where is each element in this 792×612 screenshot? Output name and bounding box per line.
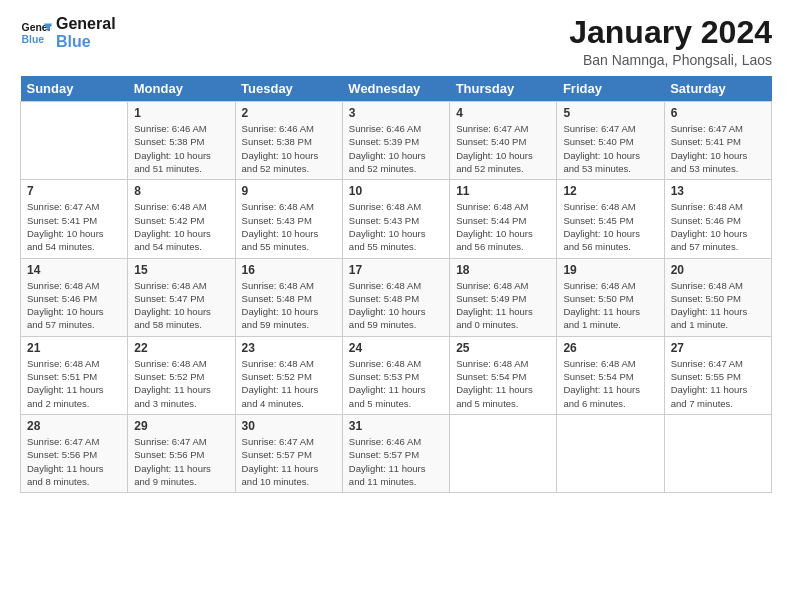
main-title: January 2024 bbox=[569, 15, 772, 50]
calendar-cell: 4Sunrise: 6:47 AMSunset: 5:40 PMDaylight… bbox=[450, 102, 557, 180]
calendar-cell: 22Sunrise: 6:48 AMSunset: 5:52 PMDayligh… bbox=[128, 336, 235, 414]
day-info: Sunrise: 6:48 AMSunset: 5:42 PMDaylight:… bbox=[134, 200, 228, 253]
day-number: 18 bbox=[456, 263, 550, 277]
day-number: 8 bbox=[134, 184, 228, 198]
header-row: SundayMondayTuesdayWednesdayThursdayFrid… bbox=[21, 76, 772, 102]
calendar-cell bbox=[21, 102, 128, 180]
calendar-cell: 31Sunrise: 6:46 AMSunset: 5:57 PMDayligh… bbox=[342, 414, 449, 492]
calendar-cell: 20Sunrise: 6:48 AMSunset: 5:50 PMDayligh… bbox=[664, 258, 771, 336]
calendar-cell: 1Sunrise: 6:46 AMSunset: 5:38 PMDaylight… bbox=[128, 102, 235, 180]
week-row-3: 14Sunrise: 6:48 AMSunset: 5:46 PMDayligh… bbox=[21, 258, 772, 336]
day-info: Sunrise: 6:48 AMSunset: 5:53 PMDaylight:… bbox=[349, 357, 443, 410]
header: General Blue General Blue January 2024 B… bbox=[20, 15, 772, 68]
day-number: 6 bbox=[671, 106, 765, 120]
day-number: 2 bbox=[242, 106, 336, 120]
day-number: 5 bbox=[563, 106, 657, 120]
day-info: Sunrise: 6:46 AMSunset: 5:38 PMDaylight:… bbox=[242, 122, 336, 175]
calendar-cell: 19Sunrise: 6:48 AMSunset: 5:50 PMDayligh… bbox=[557, 258, 664, 336]
week-row-1: 1Sunrise: 6:46 AMSunset: 5:38 PMDaylight… bbox=[21, 102, 772, 180]
week-row-2: 7Sunrise: 6:47 AMSunset: 5:41 PMDaylight… bbox=[21, 180, 772, 258]
day-info: Sunrise: 6:47 AMSunset: 5:41 PMDaylight:… bbox=[671, 122, 765, 175]
day-number: 11 bbox=[456, 184, 550, 198]
day-number: 10 bbox=[349, 184, 443, 198]
col-header-wednesday: Wednesday bbox=[342, 76, 449, 102]
calendar-cell: 29Sunrise: 6:47 AMSunset: 5:56 PMDayligh… bbox=[128, 414, 235, 492]
day-number: 7 bbox=[27, 184, 121, 198]
day-info: Sunrise: 6:47 AMSunset: 5:56 PMDaylight:… bbox=[27, 435, 121, 488]
col-header-thursday: Thursday bbox=[450, 76, 557, 102]
day-number: 26 bbox=[563, 341, 657, 355]
week-row-5: 28Sunrise: 6:47 AMSunset: 5:56 PMDayligh… bbox=[21, 414, 772, 492]
day-info: Sunrise: 6:48 AMSunset: 5:50 PMDaylight:… bbox=[671, 279, 765, 332]
day-number: 21 bbox=[27, 341, 121, 355]
day-number: 23 bbox=[242, 341, 336, 355]
day-number: 20 bbox=[671, 263, 765, 277]
day-info: Sunrise: 6:48 AMSunset: 5:46 PMDaylight:… bbox=[27, 279, 121, 332]
calendar-cell: 7Sunrise: 6:47 AMSunset: 5:41 PMDaylight… bbox=[21, 180, 128, 258]
day-number: 27 bbox=[671, 341, 765, 355]
day-number: 29 bbox=[134, 419, 228, 433]
day-number: 24 bbox=[349, 341, 443, 355]
day-number: 30 bbox=[242, 419, 336, 433]
calendar-cell: 21Sunrise: 6:48 AMSunset: 5:51 PMDayligh… bbox=[21, 336, 128, 414]
calendar-cell: 12Sunrise: 6:48 AMSunset: 5:45 PMDayligh… bbox=[557, 180, 664, 258]
col-header-monday: Monday bbox=[128, 76, 235, 102]
calendar-cell: 27Sunrise: 6:47 AMSunset: 5:55 PMDayligh… bbox=[664, 336, 771, 414]
day-number: 15 bbox=[134, 263, 228, 277]
col-header-saturday: Saturday bbox=[664, 76, 771, 102]
day-info: Sunrise: 6:47 AMSunset: 5:40 PMDaylight:… bbox=[456, 122, 550, 175]
calendar-cell bbox=[557, 414, 664, 492]
col-header-tuesday: Tuesday bbox=[235, 76, 342, 102]
calendar-cell: 2Sunrise: 6:46 AMSunset: 5:38 PMDaylight… bbox=[235, 102, 342, 180]
col-header-friday: Friday bbox=[557, 76, 664, 102]
calendar-cell: 25Sunrise: 6:48 AMSunset: 5:54 PMDayligh… bbox=[450, 336, 557, 414]
subtitle: Ban Namnga, Phongsali, Laos bbox=[569, 52, 772, 68]
calendar-cell bbox=[450, 414, 557, 492]
day-number: 13 bbox=[671, 184, 765, 198]
day-info: Sunrise: 6:48 AMSunset: 5:52 PMDaylight:… bbox=[134, 357, 228, 410]
logo-icon: General Blue bbox=[20, 17, 52, 49]
day-number: 31 bbox=[349, 419, 443, 433]
svg-text:Blue: Blue bbox=[22, 33, 45, 44]
calendar-cell: 18Sunrise: 6:48 AMSunset: 5:49 PMDayligh… bbox=[450, 258, 557, 336]
day-info: Sunrise: 6:46 AMSunset: 5:39 PMDaylight:… bbox=[349, 122, 443, 175]
calendar-cell: 23Sunrise: 6:48 AMSunset: 5:52 PMDayligh… bbox=[235, 336, 342, 414]
day-info: Sunrise: 6:48 AMSunset: 5:52 PMDaylight:… bbox=[242, 357, 336, 410]
day-number: 16 bbox=[242, 263, 336, 277]
page: General Blue General Blue January 2024 B… bbox=[0, 0, 792, 612]
calendar-cell: 15Sunrise: 6:48 AMSunset: 5:47 PMDayligh… bbox=[128, 258, 235, 336]
logo-text-line2: Blue bbox=[56, 33, 116, 51]
calendar-table: SundayMondayTuesdayWednesdayThursdayFrid… bbox=[20, 76, 772, 493]
calendar-cell: 28Sunrise: 6:47 AMSunset: 5:56 PMDayligh… bbox=[21, 414, 128, 492]
day-info: Sunrise: 6:48 AMSunset: 5:46 PMDaylight:… bbox=[671, 200, 765, 253]
day-number: 3 bbox=[349, 106, 443, 120]
day-info: Sunrise: 6:48 AMSunset: 5:47 PMDaylight:… bbox=[134, 279, 228, 332]
calendar-cell: 17Sunrise: 6:48 AMSunset: 5:48 PMDayligh… bbox=[342, 258, 449, 336]
week-row-4: 21Sunrise: 6:48 AMSunset: 5:51 PMDayligh… bbox=[21, 336, 772, 414]
day-info: Sunrise: 6:46 AMSunset: 5:57 PMDaylight:… bbox=[349, 435, 443, 488]
day-number: 12 bbox=[563, 184, 657, 198]
day-info: Sunrise: 6:48 AMSunset: 5:48 PMDaylight:… bbox=[242, 279, 336, 332]
day-info: Sunrise: 6:47 AMSunset: 5:56 PMDaylight:… bbox=[134, 435, 228, 488]
day-info: Sunrise: 6:48 AMSunset: 5:50 PMDaylight:… bbox=[563, 279, 657, 332]
calendar-cell: 11Sunrise: 6:48 AMSunset: 5:44 PMDayligh… bbox=[450, 180, 557, 258]
day-info: Sunrise: 6:47 AMSunset: 5:55 PMDaylight:… bbox=[671, 357, 765, 410]
calendar-cell: 24Sunrise: 6:48 AMSunset: 5:53 PMDayligh… bbox=[342, 336, 449, 414]
calendar-cell: 16Sunrise: 6:48 AMSunset: 5:48 PMDayligh… bbox=[235, 258, 342, 336]
calendar-cell: 14Sunrise: 6:48 AMSunset: 5:46 PMDayligh… bbox=[21, 258, 128, 336]
day-info: Sunrise: 6:47 AMSunset: 5:57 PMDaylight:… bbox=[242, 435, 336, 488]
day-info: Sunrise: 6:47 AMSunset: 5:40 PMDaylight:… bbox=[563, 122, 657, 175]
day-info: Sunrise: 6:48 AMSunset: 5:44 PMDaylight:… bbox=[456, 200, 550, 253]
day-info: Sunrise: 6:48 AMSunset: 5:51 PMDaylight:… bbox=[27, 357, 121, 410]
calendar-cell: 13Sunrise: 6:48 AMSunset: 5:46 PMDayligh… bbox=[664, 180, 771, 258]
calendar-cell: 30Sunrise: 6:47 AMSunset: 5:57 PMDayligh… bbox=[235, 414, 342, 492]
day-number: 17 bbox=[349, 263, 443, 277]
day-info: Sunrise: 6:48 AMSunset: 5:54 PMDaylight:… bbox=[563, 357, 657, 410]
day-number: 25 bbox=[456, 341, 550, 355]
calendar-cell: 3Sunrise: 6:46 AMSunset: 5:39 PMDaylight… bbox=[342, 102, 449, 180]
day-number: 19 bbox=[563, 263, 657, 277]
day-info: Sunrise: 6:47 AMSunset: 5:41 PMDaylight:… bbox=[27, 200, 121, 253]
day-number: 22 bbox=[134, 341, 228, 355]
day-info: Sunrise: 6:48 AMSunset: 5:45 PMDaylight:… bbox=[563, 200, 657, 253]
calendar-cell: 6Sunrise: 6:47 AMSunset: 5:41 PMDaylight… bbox=[664, 102, 771, 180]
